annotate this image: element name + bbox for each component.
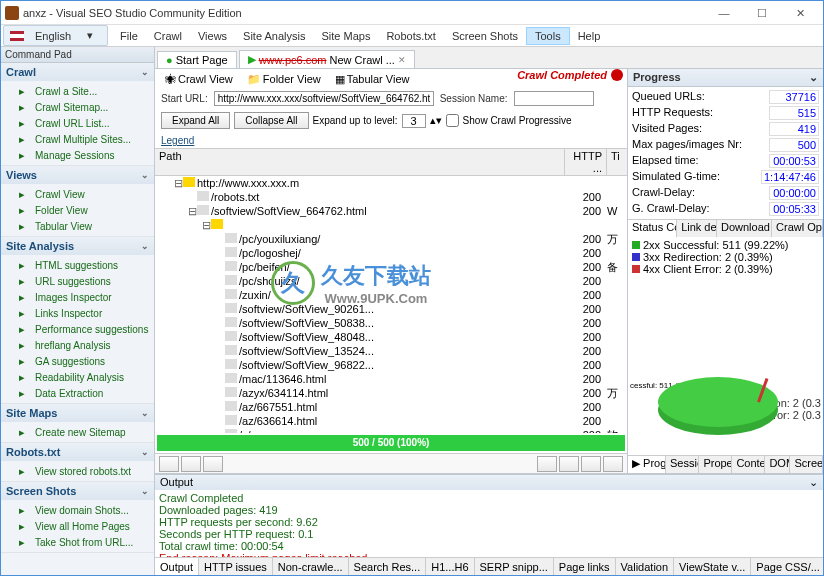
tree-row[interactable]: /az/667551.html200 bbox=[155, 400, 627, 414]
bottom-tab[interactable]: Validation bbox=[616, 558, 675, 575]
sidebar-item[interactable]: ▸View all Home Pages bbox=[1, 518, 154, 534]
menu-file[interactable]: File bbox=[112, 28, 146, 44]
group-views[interactable]: Views⌄ bbox=[1, 166, 154, 184]
sidebar-item[interactable]: ▸Performance suggestions bbox=[1, 321, 154, 337]
sidebar-item[interactable]: ▸Folder View bbox=[1, 202, 154, 218]
output-body[interactable]: Crawl CompletedDownloaded pages: 419HTTP… bbox=[155, 490, 823, 557]
expand-icon[interactable]: ⊟ bbox=[201, 219, 211, 232]
tree-row[interactable]: /pc/youxiluxiang/200万 bbox=[155, 232, 627, 246]
tree-row[interactable]: /zuxin/200 bbox=[155, 288, 627, 302]
sidebar-item[interactable]: ▸Crawl URL List... bbox=[1, 115, 154, 131]
menu-views[interactable]: Views bbox=[190, 28, 235, 44]
tree-row[interactable]: ⊟http://www.xxx.xxx.m bbox=[155, 176, 627, 190]
session-name-input[interactable] bbox=[514, 91, 594, 106]
close-tab-icon[interactable]: ✕ bbox=[398, 55, 406, 65]
rtab[interactable]: Crawl Options bbox=[772, 220, 823, 237]
sidebar-item[interactable]: ▸View domain Shots... bbox=[1, 502, 154, 518]
expand-all-button[interactable]: Expand All bbox=[161, 112, 230, 129]
right-btab[interactable]: Conte... bbox=[732, 456, 765, 473]
collapse-all-button[interactable]: Collapse All bbox=[234, 112, 308, 129]
right-btab[interactable]: Prope... bbox=[699, 456, 732, 473]
right-btab[interactable]: DOM bbox=[765, 456, 790, 473]
sidebar-item[interactable]: ▸Readability Analysis bbox=[1, 369, 154, 385]
menu-tools[interactable]: Tools bbox=[526, 27, 570, 45]
tool-btn-2[interactable] bbox=[181, 456, 201, 472]
minimize-button[interactable]: — bbox=[705, 2, 743, 24]
bottom-tab[interactable]: SERP snipp... bbox=[475, 558, 554, 575]
sidebar-item[interactable]: ▸HTML suggestions bbox=[1, 257, 154, 273]
tree-row[interactable]: /robots.txt200 bbox=[155, 190, 627, 204]
menu-robots[interactable]: Robots.txt bbox=[378, 28, 444, 44]
tree-row[interactable]: /z/200软 bbox=[155, 428, 627, 433]
tree-row[interactable]: /azyx/634114.html200万 bbox=[155, 386, 627, 400]
tree-row[interactable]: /pc/beifen/200备 bbox=[155, 260, 627, 274]
spinner-icon[interactable]: ▴▾ bbox=[430, 114, 442, 127]
tree-row[interactable]: /softview/SoftView_48048...200 bbox=[155, 330, 627, 344]
tree-row[interactable]: /softview/SoftView_50838...200 bbox=[155, 316, 627, 330]
bottom-tab[interactable]: HTTP issues bbox=[199, 558, 273, 575]
show-progressive-checkbox[interactable] bbox=[446, 114, 459, 127]
expand-icon[interactable]: ⊟ bbox=[173, 177, 183, 190]
group-sitemaps[interactable]: Site Maps⌄ bbox=[1, 404, 154, 422]
maximize-button[interactable]: ☐ bbox=[743, 2, 781, 24]
vtab-crawl[interactable]: 🕷Crawl View bbox=[159, 72, 239, 86]
menu-screenshots[interactable]: Screen Shots bbox=[444, 28, 526, 44]
sidebar-item[interactable]: ▸Crawl View bbox=[1, 186, 154, 202]
tree-row[interactable]: /softview/SoftView_13524...200 bbox=[155, 344, 627, 358]
bottom-tab[interactable]: Non-crawle... bbox=[273, 558, 349, 575]
tree-row[interactable]: ⊟/softview/SoftView_664762.html200W bbox=[155, 204, 627, 218]
tree-row[interactable]: /mac/113646.html200 bbox=[155, 372, 627, 386]
bottom-tab[interactable]: Page links bbox=[554, 558, 616, 575]
panel-chevron-icon[interactable]: ⌄ bbox=[809, 71, 818, 84]
right-btab[interactable]: Scree... bbox=[790, 456, 823, 473]
group-crawl[interactable]: Crawl⌄ bbox=[1, 63, 154, 81]
col-path[interactable]: Path bbox=[155, 149, 565, 175]
tool-btn-5[interactable] bbox=[559, 456, 579, 472]
sidebar-item[interactable]: ▸URL suggestions bbox=[1, 273, 154, 289]
vtab-folder[interactable]: 📁Folder View bbox=[241, 72, 327, 87]
sidebar-item[interactable]: ▸Crawl Multiple Sites... bbox=[1, 131, 154, 147]
sidebar-item[interactable]: ▸Create new Sitemap bbox=[1, 424, 154, 440]
crawl-tree[interactable]: ⊟http://www.xxx.xxx.m/robots.txt200⊟/sof… bbox=[155, 176, 627, 433]
language-selector[interactable]: English ▾ bbox=[3, 25, 108, 46]
vtab-tabular[interactable]: ▦Tabular View bbox=[329, 72, 416, 87]
output-chevron-icon[interactable]: ⌄ bbox=[809, 476, 818, 489]
tab-crawl-session[interactable]: ▶www.pc6.comNew Crawl ...✕ bbox=[239, 50, 415, 68]
tree-row[interactable]: /softview/SoftView_90261...200 bbox=[155, 302, 627, 316]
tree-row[interactable]: /pc/shoujizs/200 bbox=[155, 274, 627, 288]
sidebar-item[interactable]: ▸Crawl a Site... bbox=[1, 83, 154, 99]
expand-icon[interactable]: ⊟ bbox=[187, 205, 197, 218]
legend-link[interactable]: Legend bbox=[155, 133, 627, 148]
tool-btn-1[interactable] bbox=[159, 456, 179, 472]
tool-btn-6[interactable] bbox=[581, 456, 601, 472]
sidebar-item[interactable]: ▸Data Extraction bbox=[1, 385, 154, 401]
tree-row[interactable]: /az/636614.html200 bbox=[155, 414, 627, 428]
sidebar-item[interactable]: ▸GA suggestions bbox=[1, 353, 154, 369]
tool-btn-7[interactable] bbox=[603, 456, 623, 472]
sidebar-item[interactable]: ▸Take Shot from URL... bbox=[1, 534, 154, 550]
col-ti[interactable]: Ti bbox=[607, 149, 627, 175]
tool-btn-3[interactable] bbox=[203, 456, 223, 472]
menu-crawl[interactable]: Crawl bbox=[146, 28, 190, 44]
tree-row[interactable]: /softview/SoftView_96822...200 bbox=[155, 358, 627, 372]
group-robots[interactable]: Robots.txt⌄ bbox=[1, 443, 154, 461]
right-btab[interactable]: ▶ Progr... bbox=[628, 456, 666, 473]
bottom-tab[interactable]: Search Res... bbox=[349, 558, 427, 575]
group-analysis[interactable]: Site Analysis⌄ bbox=[1, 237, 154, 255]
sidebar-item[interactable]: ▸Crawl Sitemap... bbox=[1, 99, 154, 115]
tab-start-page[interactable]: ●Start Page bbox=[157, 51, 237, 68]
sidebar-item[interactable]: ▸hreflang Analysis bbox=[1, 337, 154, 353]
sidebar-item[interactable]: ▸Images Inspector bbox=[1, 289, 154, 305]
col-http[interactable]: HTTP ... bbox=[565, 149, 607, 175]
menu-site-analysis[interactable]: Site Analysis bbox=[235, 28, 313, 44]
rtab[interactable]: Download Time bbox=[717, 220, 772, 237]
menu-help[interactable]: Help bbox=[570, 28, 609, 44]
bottom-tab[interactable]: Output bbox=[155, 558, 199, 575]
expand-level-input[interactable] bbox=[402, 114, 426, 128]
sidebar-item[interactable]: ▸View stored robots.txt bbox=[1, 463, 154, 479]
close-button[interactable]: ✕ bbox=[781, 2, 819, 24]
rtab[interactable]: Status Codes bbox=[628, 220, 677, 237]
start-url-input[interactable] bbox=[214, 91, 434, 106]
rtab[interactable]: Link depth bbox=[677, 220, 717, 237]
menu-site-maps[interactable]: Site Maps bbox=[313, 28, 378, 44]
